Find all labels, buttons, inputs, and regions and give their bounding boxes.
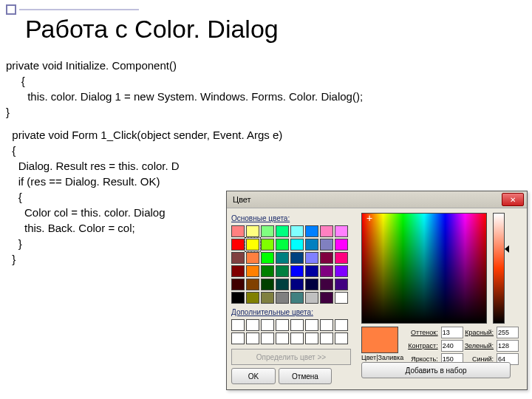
custom-swatch[interactable] xyxy=(335,332,348,344)
basic-swatch[interactable] xyxy=(276,225,289,237)
basic-swatch[interactable] xyxy=(231,252,245,264)
basic-swatch[interactable] xyxy=(261,279,274,290)
basic-swatch[interactable] xyxy=(290,252,304,264)
header-decoration xyxy=(6,4,139,15)
basic-swatch[interactable] xyxy=(305,239,318,250)
basic-swatch[interactable] xyxy=(276,239,289,250)
basic-swatch[interactable] xyxy=(320,252,333,264)
basic-swatch[interactable] xyxy=(276,252,289,264)
basic-swatch[interactable] xyxy=(246,279,259,290)
define-color-button: Определить цвет >> xyxy=(231,349,351,365)
basic-swatch[interactable] xyxy=(261,239,274,250)
custom-color-grid xyxy=(231,319,355,344)
basic-swatch[interactable] xyxy=(305,292,318,304)
cancel-button[interactable]: Отмена xyxy=(279,368,332,384)
dialog-title: Цвет xyxy=(230,195,502,204)
code-line: { xyxy=(6,73,363,89)
custom-swatch[interactable] xyxy=(290,332,304,344)
basic-swatch[interactable] xyxy=(305,265,318,277)
basic-swatch[interactable] xyxy=(276,265,289,277)
basic-swatch[interactable] xyxy=(246,225,259,237)
custom-swatch[interactable] xyxy=(231,332,245,344)
sat-input[interactable] xyxy=(441,340,463,352)
basic-swatch[interactable] xyxy=(335,239,348,250)
basic-swatch[interactable] xyxy=(290,239,304,250)
custom-swatch[interactable] xyxy=(276,332,289,344)
custom-swatch[interactable] xyxy=(290,319,304,331)
basic-swatch[interactable] xyxy=(231,279,245,290)
basic-swatch[interactable] xyxy=(231,239,245,250)
code-line: this. color. Dialog 1 = new System. Wind… xyxy=(6,89,363,104)
luminance-arrow-icon xyxy=(505,245,509,253)
basic-swatch[interactable] xyxy=(320,265,333,277)
code-line: Dialog. Result res = this. color. D xyxy=(6,158,363,174)
custom-swatch[interactable] xyxy=(276,319,289,331)
page-title: Работа с Color. Dialog xyxy=(25,15,279,44)
color-gradient-picker[interactable]: + xyxy=(361,213,487,324)
basic-swatch[interactable] xyxy=(276,292,289,304)
red-input[interactable] xyxy=(497,327,519,338)
sat-label: Контраст: xyxy=(408,342,437,349)
close-icon: ✕ xyxy=(510,196,516,204)
custom-swatch[interactable] xyxy=(246,332,259,344)
basic-swatch[interactable] xyxy=(290,292,304,304)
color-dialog: Цвет ✕ Основные цвета: Дополнительные цв… xyxy=(226,191,528,390)
add-to-custom-button[interactable]: Добавить в набор xyxy=(361,362,511,378)
basic-swatch[interactable] xyxy=(305,279,318,290)
basic-swatch[interactable] xyxy=(231,292,245,304)
custom-swatch[interactable] xyxy=(320,319,333,331)
header-line xyxy=(19,9,139,10)
basic-swatch[interactable] xyxy=(335,292,348,304)
basic-swatch[interactable] xyxy=(246,292,259,304)
code-line: private void Initialize. Component() xyxy=(6,58,363,73)
close-button[interactable]: ✕ xyxy=(502,193,524,206)
basic-swatch[interactable] xyxy=(276,279,289,290)
basic-swatch[interactable] xyxy=(335,252,348,264)
custom-swatch[interactable] xyxy=(261,332,274,344)
basic-swatch[interactable] xyxy=(320,292,333,304)
custom-swatch[interactable] xyxy=(320,332,333,344)
basic-swatch[interactable] xyxy=(246,252,259,264)
preview-label: Цвет|Заливка xyxy=(361,354,403,361)
basic-swatch[interactable] xyxy=(305,225,318,237)
basic-swatch[interactable] xyxy=(290,279,304,290)
custom-swatch[interactable] xyxy=(305,332,318,344)
crosshair-icon: + xyxy=(366,212,372,224)
green-label: Зеленый: xyxy=(465,342,494,349)
header-square-icon xyxy=(6,4,16,15)
green-input[interactable] xyxy=(497,340,519,352)
dialog-titlebar[interactable]: Цвет ✕ xyxy=(227,191,527,208)
basic-swatch[interactable] xyxy=(261,225,274,237)
basic-swatch[interactable] xyxy=(231,265,245,277)
custom-swatch[interactable] xyxy=(231,319,245,331)
custom-swatch[interactable] xyxy=(246,319,259,331)
basic-color-grid xyxy=(231,225,355,304)
basic-swatch[interactable] xyxy=(261,265,274,277)
basic-swatch[interactable] xyxy=(290,225,304,237)
basic-swatch[interactable] xyxy=(320,225,333,237)
code-line: if (res == Dialog. Result. OK) xyxy=(6,174,363,189)
custom-swatch[interactable] xyxy=(305,319,318,331)
basic-swatch[interactable] xyxy=(290,265,304,277)
basic-swatch[interactable] xyxy=(335,265,348,277)
custom-colors-label: Дополнительные цвета: xyxy=(231,308,355,316)
basic-swatch[interactable] xyxy=(305,252,318,264)
basic-swatch[interactable] xyxy=(261,252,274,264)
basic-swatch[interactable] xyxy=(335,279,348,290)
code-line: } xyxy=(6,104,363,120)
basic-swatch[interactable] xyxy=(335,225,348,237)
basic-swatch[interactable] xyxy=(246,239,259,250)
code-line: { xyxy=(6,143,363,158)
ok-button[interactable]: OK xyxy=(231,368,276,384)
basic-swatch[interactable] xyxy=(231,225,245,237)
basic-swatch[interactable] xyxy=(320,279,333,290)
hue-input[interactable] xyxy=(441,327,463,338)
code-line: private void Form 1_Click(object sender,… xyxy=(6,127,363,143)
custom-swatch[interactable] xyxy=(335,319,348,331)
basic-swatch[interactable] xyxy=(320,239,333,250)
hue-label: Оттенок: xyxy=(408,329,437,336)
custom-swatch[interactable] xyxy=(261,319,274,331)
luminance-slider[interactable] xyxy=(493,213,505,324)
basic-swatch[interactable] xyxy=(261,292,274,304)
basic-swatch[interactable] xyxy=(246,265,259,277)
